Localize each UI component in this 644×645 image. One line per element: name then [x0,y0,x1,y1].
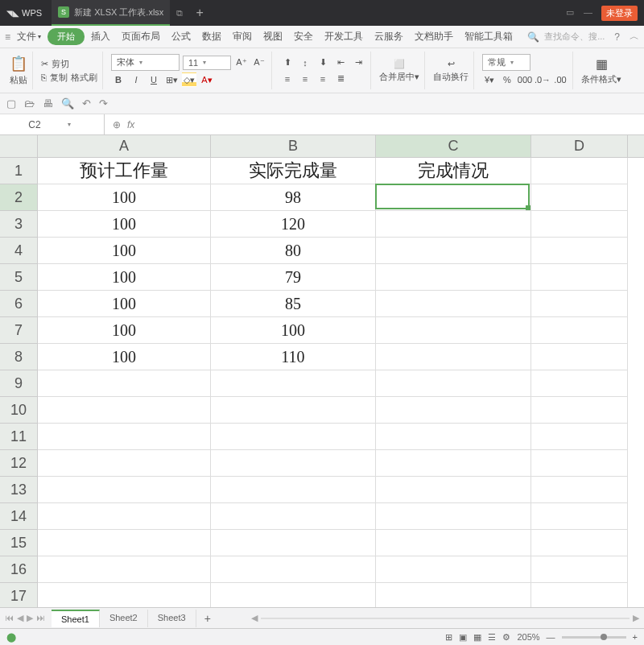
cell-A14[interactable] [38,503,211,530]
cell-A3[interactable]: 100 [38,211,211,238]
cell-C6[interactable] [376,291,531,317]
cell-A8[interactable]: 100 [38,344,211,370]
zoom-thumb[interactable] [601,634,607,640]
cell-D3[interactable] [531,211,628,238]
search-icon[interactable]: 🔍 [527,31,539,43]
menu-page-layout[interactable]: 页面布局 [117,27,165,46]
cell-A17[interactable] [38,583,211,607]
align-center-icon[interactable]: ≡ [298,72,312,86]
cell-B6[interactable]: 85 [211,291,376,317]
format-painter-label[interactable]: 格式刷 [71,72,97,84]
menu-security[interactable]: 安全 [289,27,318,46]
name-box[interactable]: ▾ [0,114,105,134]
select-all-corner[interactable] [0,135,38,158]
row-header-8[interactable]: 8 [0,344,37,370]
currency-icon[interactable]: ¥▾ [482,72,497,87]
zoom-slider[interactable] [562,636,626,639]
cell-D15[interactable] [531,530,628,556]
align-bottom-icon[interactable]: ⬇ [316,56,330,70]
fx-label[interactable]: fx [127,119,134,130]
view-page-icon[interactable]: ▣ [459,632,467,643]
decrease-font-icon[interactable]: A⁻ [252,56,266,70]
cell-A13[interactable] [38,477,211,503]
cell-C17[interactable] [376,583,531,607]
list-icon[interactable]: ☰ [488,632,496,643]
cell-D9[interactable] [531,370,628,397]
row-header-14[interactable]: 14 [0,503,37,530]
cell-C7[interactable] [376,317,531,344]
name-box-arrow-icon[interactable]: ▾ [68,121,71,128]
cell-A7[interactable]: 100 [38,317,211,344]
cell-B16[interactable] [211,556,376,583]
tab-duplicate-icon[interactable]: ⧉ [176,8,183,19]
qa-undo-icon[interactable]: ↶ [82,97,91,110]
cell-D6[interactable] [531,291,628,317]
sheet-tab-sheet3[interactable]: Sheet3 [148,610,196,627]
tab-scrollbar-track[interactable] [261,618,630,619]
italic-button[interactable]: I [129,72,143,87]
cell-D7[interactable] [531,317,628,344]
conditional-format-button[interactable]: ▦ 条件格式▾ [581,56,621,85]
bold-button[interactable]: B [111,72,126,87]
cell-C5[interactable] [376,264,531,291]
align-top-icon[interactable]: ⬆ [280,56,295,70]
percent-icon[interactable]: % [500,72,514,87]
document-tab[interactable]: S 新建 XLSX 工作表.xlsx [52,0,170,26]
cell-A16[interactable] [38,556,211,583]
cell-C13[interactable] [376,477,531,503]
menu-view[interactable]: 视图 [258,27,287,46]
column-header-B[interactable]: B [211,135,376,157]
paste-button[interactable]: 📋 粘贴 [10,55,27,86]
cell-B11[interactable] [211,424,376,450]
fill-color-button[interactable]: ◇▾ [182,72,196,87]
align-middle-icon[interactable]: ↕ [298,56,312,70]
menu-cloud[interactable]: 云服务 [369,27,408,46]
cell-D14[interactable] [531,503,628,530]
cell-B4[interactable]: 80 [211,238,376,264]
sheet-tab-sheet2[interactable]: Sheet2 [100,610,148,627]
row-header-3[interactable]: 3 [0,211,37,238]
cell-C9[interactable] [376,370,531,397]
row-header-4[interactable]: 4 [0,238,37,264]
tab-scrollbar-right-icon[interactable]: ▶ [633,613,639,623]
cell-C14[interactable] [376,503,531,530]
wrap-text-button[interactable]: ↩ 自动换行 [433,59,469,83]
menu-data[interactable]: 数据 [197,27,226,46]
cell-C8[interactable] [376,344,531,370]
qa-preview-icon[interactable]: 🔍 [61,97,74,110]
cell-grid[interactable]: 预计工作量实际完成量完成情况10098100120100801007910085… [38,158,644,607]
cell-B2[interactable]: 98 [211,184,376,211]
cell-A4[interactable]: 100 [38,238,211,264]
tab-nav-next-icon[interactable]: ▶ [27,613,33,623]
qa-save-icon[interactable]: 🖶 [43,97,53,110]
qa-redo-icon[interactable]: ↷ [99,97,108,110]
cell-B9[interactable] [211,370,376,397]
row-header-11[interactable]: 11 [0,424,37,450]
cell-B1[interactable]: 实际完成量 [211,158,376,184]
menu-doc-assistant[interactable]: 文档助手 [410,27,458,46]
cell-A11[interactable] [38,424,211,450]
tab-nav-first-icon[interactable]: ⏮ [5,613,14,623]
cell-B5[interactable]: 79 [211,264,376,291]
row-header-9[interactable]: 9 [0,370,37,397]
cell-A9[interactable] [38,370,211,397]
cell-C1[interactable]: 完成情况 [376,158,531,184]
number-format-select[interactable]: 常规▾ [482,54,530,71]
cell-B7[interactable]: 100 [211,317,376,344]
cell-A5[interactable]: 100 [38,264,211,291]
underline-button[interactable]: U [147,72,161,87]
indent-increase-icon[interactable]: ⇥ [351,56,365,70]
cell-B10[interactable] [211,397,376,424]
menu-collapse-icon[interactable]: ︿ [630,30,639,43]
new-tab-button[interactable]: + [196,6,203,20]
decimal-decrease-icon[interactable]: .00 [553,72,568,87]
font-size-select[interactable]: 11▾ [183,56,231,70]
minimize-icon[interactable]: — [584,7,595,19]
row-header-5[interactable]: 5 [0,264,37,291]
thousands-icon[interactable]: 000 [518,72,532,87]
cut-icon[interactable]: ✂ [41,59,48,69]
cell-C3[interactable] [376,211,531,238]
cell-A15[interactable] [38,530,211,556]
cell-D16[interactable] [531,556,628,583]
row-header-7[interactable]: 7 [0,317,37,344]
